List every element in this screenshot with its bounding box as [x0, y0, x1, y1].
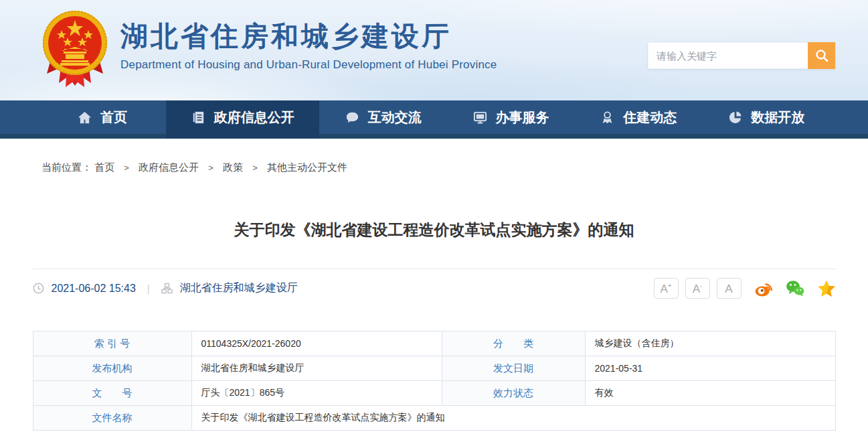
national-emblem-logo	[41, 8, 108, 90]
font-smaller-button[interactable]: A-	[685, 278, 710, 299]
font-reset-button[interactable]: A	[717, 278, 742, 299]
meta-separator: |	[147, 283, 150, 294]
nav-item-label: 首页	[100, 108, 127, 127]
wechat-icon[interactable]	[786, 279, 804, 298]
breadcrumb-item-home[interactable]: 首页	[94, 161, 114, 173]
nav-item-label: 数据开放	[751, 108, 804, 127]
meta-info: 2021-06-02 15:43 | 湖北省住房和城乡建设厅	[33, 281, 298, 295]
doc-number-value: 厅头〔2021〕865号	[191, 381, 442, 406]
chat-icon	[345, 110, 360, 125]
doc-validity-value: 有效	[585, 381, 835, 406]
source-sitemap-icon	[161, 283, 173, 294]
breadcrumb-separator: >	[252, 163, 258, 173]
nav-item-gov-info[interactable]: 政府信息公开	[166, 100, 319, 139]
document-icon	[191, 110, 206, 125]
doc-category-label: 分 类	[442, 331, 585, 356]
nav-item-label: 住建动态	[623, 108, 677, 127]
table-row: 索 引 号 01104325X/2021-26020 分 类 城乡建设（含住房）	[33, 331, 835, 356]
home-icon	[77, 110, 92, 125]
pie-chart-icon	[727, 110, 743, 125]
breadcrumb-separator: >	[124, 163, 129, 173]
nav-item-services[interactable]: 办事服务	[447, 100, 575, 139]
doc-filename-value: 关于印发《湖北省建设工程造价改革试点实施方案》的通知	[191, 406, 835, 431]
doc-index-value: 01104325X/2021-26020	[191, 331, 442, 356]
doc-issue-date-value: 2021-05-31	[585, 356, 835, 381]
breadcrumb-item-policy[interactable]: 政策	[223, 161, 243, 173]
doc-validity-label: 效力状态	[442, 381, 585, 406]
clock-icon	[33, 283, 44, 294]
doc-category-value: 城乡建设（含住房）	[585, 331, 835, 356]
article-source: 湖北省住房和城乡建设厅	[180, 281, 298, 295]
breadcrumb-label: 当前位置：	[41, 161, 92, 173]
site-header: 湖北省住房和城乡建设厅 Department of Housing and Ur…	[0, 0, 868, 100]
main-nav: 首页 政府信息公开 互动交流 办事服务 住建动态 数据开放	[0, 100, 868, 139]
doc-index-label: 索 引 号	[33, 331, 191, 356]
article-content: 关于印发《湖北省建设工程造价改革试点实施方案》的通知 2021-06-02 15…	[33, 174, 836, 431]
breadcrumb-item-other-docs[interactable]: 其他主动公开文件	[267, 161, 347, 173]
doc-issuer-label: 发布机构	[33, 356, 191, 381]
breadcrumb: 当前位置： 首页 > 政府信息公开 > 政策 > 其他主动公开文件	[0, 139, 868, 174]
publish-time: 2021-06-02 15:43	[52, 283, 136, 295]
doc-issuer-value: 湖北省住房和城乡建设厅	[191, 356, 442, 381]
breadcrumb-item-gov-info[interactable]: 政府信息公开	[139, 161, 199, 173]
qzone-icon[interactable]	[817, 279, 836, 298]
search-input[interactable]	[648, 42, 808, 69]
search-icon	[814, 48, 829, 63]
nav-item-interaction[interactable]: 互动交流	[319, 100, 447, 139]
nav-item-news[interactable]: 住建动态	[574, 100, 702, 139]
breadcrumb-separator: >	[208, 163, 213, 173]
search-button[interactable]	[808, 42, 835, 69]
nav-item-label: 办事服务	[496, 108, 549, 127]
nav-item-label: 政府信息公开	[214, 108, 294, 127]
weibo-icon[interactable]	[754, 279, 773, 298]
search-box	[648, 42, 835, 69]
table-row: 发布机构 湖北省住房和城乡建设厅 发文日期 2021-05-31	[33, 356, 835, 381]
article-title: 关于印发《湖北省建设工程造价改革试点实施方案》的通知	[33, 174, 836, 240]
person-badge-icon	[600, 110, 615, 125]
meta-bar: 2021-06-02 15:43 | 湖北省住房和城乡建设厅 A+ A- A	[33, 269, 836, 307]
table-row: 文 号 厅头〔2021〕865号 效力状态 有效	[33, 381, 835, 406]
nav-item-home[interactable]: 首页	[38, 100, 166, 139]
site-title: 湖北省住房和城乡建设厅	[120, 21, 497, 52]
nav-item-label: 互动交流	[368, 108, 422, 127]
doc-number-label: 文 号	[33, 381, 191, 406]
table-row: 文件名称 关于印发《湖北省建设工程造价改革试点实施方案》的通知	[33, 406, 835, 431]
doc-info-table: 索 引 号 01104325X/2021-26020 分 类 城乡建设（含住房）…	[33, 331, 836, 431]
monitor-icon	[472, 110, 488, 125]
font-larger-button[interactable]: A+	[654, 278, 679, 299]
nav-item-open-data[interactable]: 数据开放	[702, 100, 830, 139]
meta-tools: A+ A- A	[654, 278, 836, 299]
doc-filename-label: 文件名称	[33, 406, 191, 431]
site-brand: 湖北省住房和城乡建设厅 Department of Housing and Ur…	[120, 21, 497, 72]
doc-issue-date-label: 发文日期	[442, 356, 585, 381]
site-subtitle: Department of Housing and Urban-Rural De…	[120, 58, 497, 72]
